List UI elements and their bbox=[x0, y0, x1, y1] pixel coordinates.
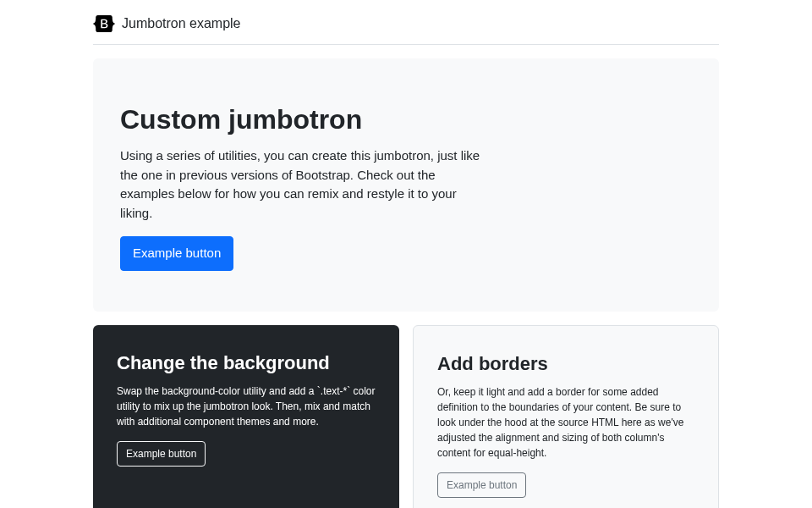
card-light-button[interactable]: Example button bbox=[437, 472, 526, 498]
jumbotron-heading: Custom jumbotron bbox=[120, 99, 491, 140]
card-dark-button[interactable]: Example button bbox=[117, 441, 206, 467]
header-title: Jumbotron example bbox=[122, 14, 241, 34]
card-light-text: Or, keep it light and add a border for s… bbox=[437, 384, 694, 461]
bootstrap-logo-link[interactable] bbox=[93, 15, 115, 32]
jumbotron-main: Custom jumbotron Using a series of utili… bbox=[93, 58, 719, 312]
card-light-heading: Add borders bbox=[437, 350, 694, 378]
card-light: Add borders Or, keep it light and add a … bbox=[413, 325, 719, 509]
page-header: Jumbotron example bbox=[93, 14, 719, 45]
card-row: Change the background Swap the backgroun… bbox=[93, 325, 719, 509]
jumbotron-text: Using a series of utilities, you can cre… bbox=[120, 146, 491, 223]
card-dark-heading: Change the background bbox=[117, 349, 376, 377]
card-dark: Change the background Swap the backgroun… bbox=[93, 325, 399, 509]
card-dark-text: Swap the background-color utility and ad… bbox=[117, 384, 376, 429]
bootstrap-icon bbox=[93, 15, 115, 32]
jumbotron-button[interactable]: Example button bbox=[120, 236, 233, 271]
